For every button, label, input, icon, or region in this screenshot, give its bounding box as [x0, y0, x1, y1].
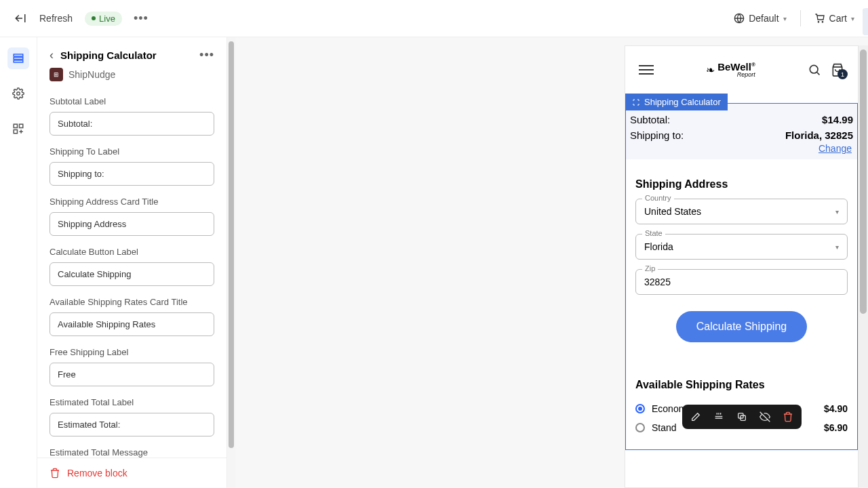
field-label: Shipping To Label	[50, 146, 214, 157]
radio-icon[interactable]	[635, 404, 645, 413]
move-icon[interactable]	[712, 410, 726, 424]
radio-icon[interactable]	[635, 423, 645, 432]
store-logo: ❧ BeWell® Report	[706, 62, 755, 78]
bag-icon[interactable]: 1	[831, 62, 844, 77]
preview-frame: ❧ BeWell® Report 1	[625, 45, 859, 488]
panel-scrollbar[interactable]	[227, 37, 235, 488]
svg-rect-3	[14, 54, 23, 56]
shipping-to-value: Florida, 32825	[785, 129, 853, 141]
more-icon[interactable]: •••	[134, 12, 148, 25]
panel-more-icon[interactable]: •••	[199, 48, 214, 62]
subtotal-label-input[interactable]	[50, 112, 214, 136]
frame-icon	[632, 98, 640, 106]
settings-icon[interactable]	[7, 83, 29, 104]
field-label: Free Shipping Label	[50, 347, 214, 357]
change-link[interactable]: Change	[630, 143, 853, 154]
rate-price: $6.90	[824, 422, 848, 433]
shipping-address-title: Shipping Address	[635, 178, 848, 190]
shipping-to-label: Shipping to:	[630, 129, 684, 141]
zip-label: Zip	[642, 264, 658, 272]
shipping-to-label-input[interactable]	[50, 162, 214, 186]
field-label: Available Shipping Rates Card Title	[50, 297, 214, 307]
scroll-thumb[interactable]	[860, 49, 867, 314]
delete-icon[interactable]	[781, 410, 795, 424]
chevron-down-icon: ▾	[835, 208, 839, 216]
block-toolbar	[682, 405, 802, 429]
field-label: Estimated Total Label	[50, 397, 214, 407]
block-selection-tag[interactable]: Shipping Calculator	[625, 94, 728, 110]
cart-icon	[814, 13, 825, 24]
subtotal-value: $14.99	[822, 114, 853, 125]
svg-point-2	[822, 22, 823, 22]
field-label: Estimated Total Message	[50, 447, 214, 458]
trash-icon	[50, 468, 60, 479]
panel-title: Shipping Calculator	[60, 49, 193, 61]
copy-icon[interactable]	[735, 410, 749, 424]
chevron-down-icon: ▾	[851, 15, 854, 22]
chevron-down-icon: ▾	[783, 15, 787, 22]
subtotal-label: Subtotal:	[630, 114, 670, 125]
svg-point-6	[17, 92, 20, 96]
sections-icon[interactable]	[7, 47, 29, 69]
remove-block-button[interactable]: Remove block	[37, 458, 226, 488]
locale-dropdown[interactable]: Default ▾	[734, 13, 786, 24]
hide-icon[interactable]	[758, 410, 772, 424]
chevron-down-icon: ▾	[835, 243, 839, 251]
scroll-thumb[interactable]	[229, 41, 234, 448]
calculate-shipping-button[interactable]: Calculate Shipping	[676, 311, 807, 342]
country-select[interactable]: United States▾	[635, 199, 848, 224]
svg-rect-9	[14, 130, 17, 134]
svg-rect-4	[14, 58, 23, 60]
field-label: Calculate Button Label	[50, 247, 214, 257]
rate-price: $4.90	[824, 403, 848, 414]
svg-point-10	[810, 65, 818, 73]
free-shipping-label-input[interactable]	[50, 363, 214, 386]
field-label: Subtotal Label	[50, 96, 214, 106]
calculate-button-label-input[interactable]	[50, 262, 214, 286]
field-label: Shipping Address Card Title	[50, 197, 214, 207]
state-label: State	[642, 229, 665, 237]
zip-input[interactable]	[635, 269, 848, 295]
edit-icon[interactable]	[689, 410, 703, 424]
hamburger-icon[interactable]	[639, 65, 654, 75]
svg-point-1	[818, 22, 818, 22]
address-title-input[interactable]	[50, 212, 214, 236]
globe-icon	[734, 13, 745, 24]
live-badge: Live	[85, 12, 122, 26]
brand-name: ShipNudge	[68, 69, 115, 80]
exit-icon[interactable]	[14, 12, 27, 25]
refresh-button[interactable]: Refresh	[39, 13, 73, 24]
cart-dropdown[interactable]: Cart ▾	[814, 13, 854, 24]
country-label: Country	[642, 194, 674, 202]
rates-title: Available Shipping Rates	[635, 379, 848, 391]
search-icon[interactable]	[808, 63, 821, 77]
state-select[interactable]: Florida▾	[635, 234, 848, 260]
svg-rect-5	[14, 60, 23, 62]
brand-icon: ⊞	[50, 68, 63, 81]
svg-rect-8	[20, 124, 23, 127]
bag-count-badge: 1	[837, 69, 848, 79]
preview-scrollbar[interactable]	[859, 45, 868, 488]
estimated-total-label-input[interactable]	[50, 413, 214, 436]
svg-rect-7	[14, 124, 17, 127]
rates-title-input[interactable]	[50, 312, 214, 336]
edge-handle[interactable]	[863, 8, 868, 35]
back-icon[interactable]: ‹	[50, 48, 54, 62]
apps-icon[interactable]	[7, 118, 29, 140]
